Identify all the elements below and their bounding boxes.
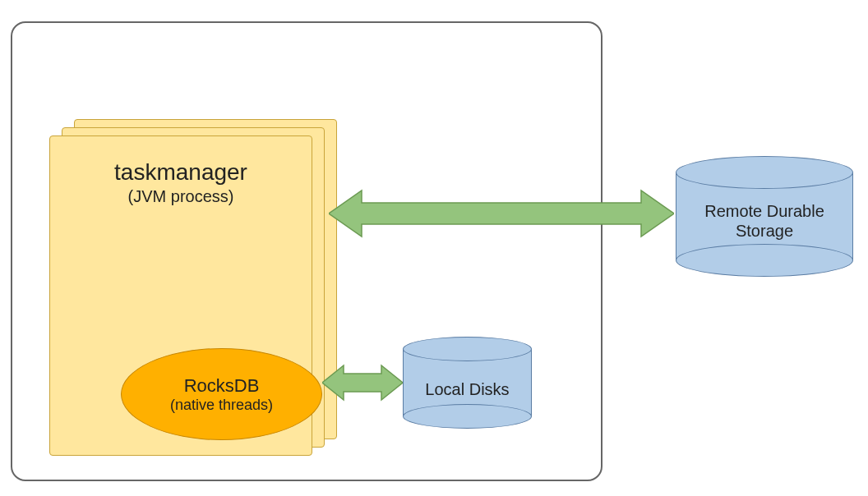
svg-marker-1 xyxy=(322,365,403,400)
taskmanager-subtitle: (JVM process) xyxy=(50,187,312,206)
remote-storage-cylinder: Remote Durable Storage xyxy=(676,156,853,277)
rocksdb-title: RocksDB xyxy=(184,375,260,397)
rocksdb-subtitle: (native threads) xyxy=(170,397,273,414)
svg-marker-0 xyxy=(329,191,674,237)
remote-storage-label-line2: Storage xyxy=(736,222,793,240)
rocksdb-ellipse: RocksDB (native threads) xyxy=(121,348,322,440)
taskmanager-card-front: taskmanager (JVM process) RocksDB (nativ… xyxy=(49,135,312,456)
taskmanager-stack: taskmanager (JVM process) RocksDB (nativ… xyxy=(49,119,337,456)
taskmanager-title: taskmanager xyxy=(50,159,312,186)
arrow-taskmanager-remote xyxy=(329,189,674,238)
local-disks-cylinder: Local Disks xyxy=(403,337,532,429)
remote-storage-label-line1: Remote Durable xyxy=(704,202,824,220)
arrow-rocksdb-localdisks xyxy=(322,363,403,402)
local-disks-label: Local Disks xyxy=(403,379,532,399)
